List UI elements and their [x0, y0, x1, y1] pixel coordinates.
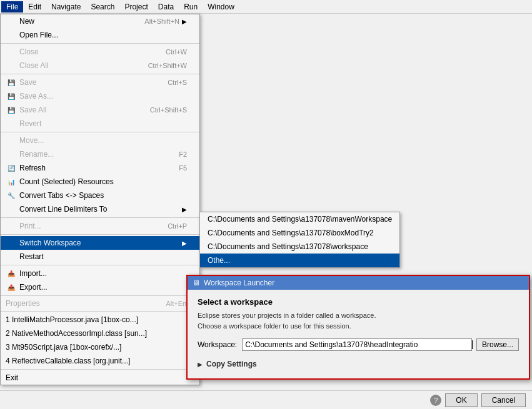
- menu-window[interactable]: Window: [203, 1, 239, 12]
- recent-file-2[interactable]: 2 NativeMethodAccessorImpl.class [sun...…: [1, 327, 199, 340]
- cancel-button[interactable]: Cancel: [481, 393, 526, 407]
- separator-1: [1, 43, 199, 44]
- dialog-body: Select a workspace Eclipse stores your p…: [188, 290, 529, 378]
- convert-tabs-icon: 🔧: [6, 192, 17, 199]
- menu-item-count-resources[interactable]: 📊 Count (Selected) Resources: [1, 175, 199, 189]
- menu-navigate[interactable]: Navigate: [46, 1, 86, 12]
- recent-file-1[interactable]: 1 IntelliMatchProcessor.java [1box-co...…: [1, 313, 199, 327]
- save-as-icon: 💾: [6, 93, 17, 100]
- menu-item-switch-workspace[interactable]: Switch Workspace ▶: [1, 236, 199, 250]
- separator-9: [1, 369, 199, 370]
- workspace-option-other[interactable]: Othe...: [200, 254, 399, 267]
- text-cursor: [472, 340, 473, 349]
- menu-edit[interactable]: Edit: [23, 1, 46, 12]
- menu-item-import[interactable]: 📥 Import...: [1, 267, 199, 280]
- separator-5: [1, 234, 199, 235]
- menu-item-close: Close Ctrl+W: [1, 45, 199, 59]
- recent-file-4[interactable]: 4 ReflectiveCallable.class [org.junit...…: [1, 354, 199, 368]
- separator-6: [1, 265, 199, 265]
- separator-3: [1, 132, 199, 132]
- menu-project[interactable]: Project: [119, 1, 153, 12]
- separator-7: [1, 295, 199, 296]
- ok-button[interactable]: OK: [445, 393, 477, 407]
- menu-file[interactable]: File: [1, 1, 23, 12]
- menu-item-print: Print... Ctrl+P: [1, 219, 199, 233]
- workspace-option-3[interactable]: C:\Documents and Settings\a137078\worksp…: [200, 240, 399, 254]
- menu-item-move: Move...: [1, 134, 199, 147]
- export-icon: 📤: [6, 284, 17, 291]
- workspace-row: Workspace: Browse...: [198, 338, 519, 351]
- import-icon: 📥: [6, 270, 17, 277]
- copy-settings-label: Copy Settings: [206, 360, 257, 368]
- dialog-heading: Select a workspace: [198, 297, 519, 307]
- menu-item-rename: Rename... F2: [1, 147, 199, 161]
- menu-item-properties: Properties Alt+Enter: [1, 297, 199, 310]
- save-all-icon: 💾: [6, 107, 17, 114]
- count-icon: 📊: [6, 179, 17, 185]
- dialog-title-icon: 🖥: [193, 278, 200, 287]
- separator-4: [1, 217, 199, 218]
- page-bottom-bar: ? OK Cancel: [0, 390, 532, 409]
- menu-item-export[interactable]: 📤 Export...: [1, 280, 199, 294]
- arrow-icon: ▶: [182, 240, 187, 247]
- menu-item-convert-tabs[interactable]: 🔧 Convert Tabs <-> Spaces: [1, 189, 199, 202]
- arrow-icon: ▶: [182, 206, 187, 213]
- menu-item-refresh[interactable]: 🔄 Refresh F5: [1, 161, 199, 175]
- menu-search[interactable]: Search: [86, 1, 119, 12]
- refresh-icon: 🔄: [6, 165, 17, 172]
- workspace-input[interactable]: [242, 338, 472, 351]
- copy-settings-toggle[interactable]: ▶ Copy Settings: [198, 357, 519, 371]
- workspace-option-1[interactable]: C:\Documents and Settings\a137078\mavenW…: [200, 212, 399, 226]
- menubar: File Edit Navigate Search Project Data R…: [0, 0, 532, 14]
- dialog-description: Eclipse stores your projects in a folder…: [198, 310, 519, 331]
- workspace-launcher-dialog: 🖥 Workspace Launcher Select a workspace …: [186, 275, 530, 380]
- switch-workspace-submenu: C:\Documents and Settings\a137078\mavenW…: [199, 212, 400, 268]
- recent-file-3[interactable]: 3 Mt950Script.java [1box-corefx/...]: [1, 340, 199, 354]
- menu-item-save-as: 💾 Save As...: [1, 89, 199, 103]
- arrow-icon: ▶: [182, 18, 187, 25]
- help-icon[interactable]: ?: [430, 395, 441, 406]
- dialog-titlebar: 🖥 Workspace Launcher: [188, 276, 529, 290]
- menu-data[interactable]: Data: [153, 1, 179, 12]
- menu-run[interactable]: Run: [179, 1, 203, 12]
- separator-8: [1, 311, 199, 312]
- workspace-label: Workspace:: [198, 340, 237, 349]
- menu-item-close-all: Close All Ctrl+Shift+W: [1, 59, 199, 72]
- menu-item-open-file[interactable]: Open File...: [1, 28, 199, 42]
- save-icon: 💾: [6, 79, 17, 86]
- menu-item-restart[interactable]: Restart: [1, 250, 199, 264]
- menu-item-new[interactable]: New Alt+Shift+N ▶: [1, 14, 199, 28]
- dialog-title-text: Workspace Launcher: [204, 278, 524, 287]
- menu-item-save: 💾 Save Ctrl+S: [1, 76, 199, 89]
- copy-settings-arrow-icon: ▶: [198, 361, 203, 368]
- menu-item-save-all: 💾 Save All Ctrl+Shift+S: [1, 103, 199, 117]
- menu-item-convert-line[interactable]: Convert Line Delimiters To ▶: [1, 202, 199, 216]
- browse-button[interactable]: Browse...: [476, 338, 519, 351]
- separator-2: [1, 74, 199, 74]
- menu-item-revert: Revert: [1, 117, 199, 131]
- file-dropdown-menu: New Alt+Shift+N ▶ Open File... Close Ctr…: [0, 14, 200, 385]
- menu-item-exit[interactable]: Exit: [1, 371, 199, 385]
- workspace-option-2[interactable]: C:\Documents and Settings\a137078\boxMod…: [200, 226, 399, 240]
